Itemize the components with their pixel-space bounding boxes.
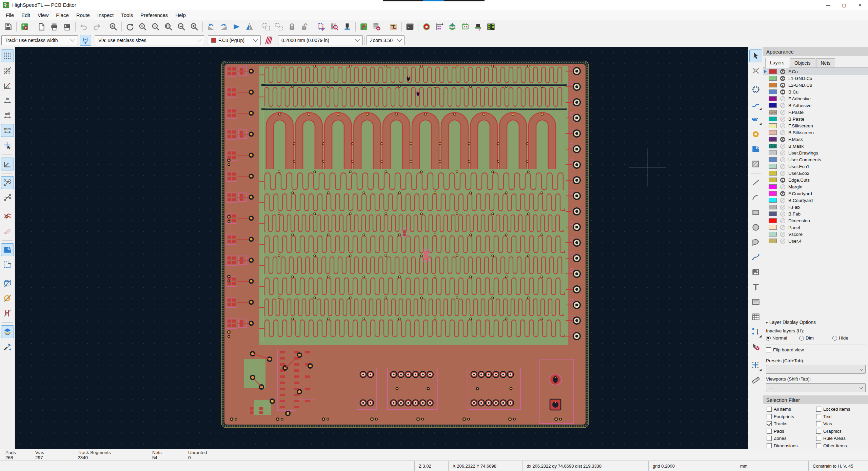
- rotate-ccw-button[interactable]: [204, 21, 217, 33]
- draw-rectangle-tool[interactable]: [749, 206, 762, 219]
- delete-tool-tool[interactable]: [749, 340, 762, 353]
- track-width-select[interactable]: Track: use netclass width: [1, 35, 78, 45]
- visibility-hidden-icon[interactable]: [780, 204, 786, 210]
- route-tracks-tool[interactable]: [749, 98, 762, 111]
- layer-row-f.cu[interactable]: F.Cu: [763, 68, 868, 75]
- polar-coords-tool[interactable]: rθ: [1, 79, 14, 92]
- via-size-select[interactable]: Via: use netclass sizes: [95, 35, 204, 45]
- presets-select[interactable]: ---: [766, 365, 866, 374]
- show-via-button[interactable]: [420, 21, 433, 33]
- undo-button[interactable]: [77, 21, 90, 33]
- filter-rule-areas[interactable]: Rule Areas: [816, 435, 866, 442]
- net-colors-tool[interactable]: [1, 210, 14, 223]
- add-textbox-tool[interactable]: [749, 295, 762, 308]
- filter-all-items[interactable]: All items: [767, 406, 816, 413]
- visibility-eye-icon[interactable]: [780, 76, 786, 81]
- menu-help[interactable]: Help: [172, 11, 190, 19]
- zoom-in-button[interactable]: [136, 21, 149, 33]
- grid-origin-tool[interactable]: [749, 359, 762, 372]
- menu-inspect[interactable]: Inspect: [94, 11, 117, 19]
- visibility-hidden-icon[interactable]: [780, 164, 786, 169]
- add-table-tool[interactable]: [749, 310, 762, 323]
- layer-row-b.silkscreen[interactable]: B.Silkscreen: [763, 129, 868, 136]
- layer-row-l2-gnd.cu[interactable]: L2-GND.Cu: [763, 82, 868, 88]
- layer-color-swatch[interactable]: [769, 150, 777, 155]
- measure-tool[interactable]: [749, 374, 762, 387]
- visibility-eye-icon[interactable]: [780, 177, 786, 183]
- flip-board-view-button[interactable]: FB: [485, 21, 497, 33]
- hide-ratsnest-net-tool[interactable]: [1, 225, 14, 238]
- layer-row-user.eco2[interactable]: User.Eco2: [763, 170, 868, 177]
- draw-line-tool[interactable]: [749, 176, 762, 189]
- layer-color-swatch[interactable]: [769, 157, 777, 162]
- menu-file[interactable]: File: [2, 11, 18, 19]
- zoom-out-button[interactable]: [149, 21, 162, 33]
- group-button[interactable]: [260, 21, 273, 33]
- layer-color-swatch[interactable]: [769, 184, 777, 189]
- layer-row-f.mask[interactable]: F.Mask: [763, 136, 868, 143]
- layer-row-user.drawings[interactable]: User.Drawings: [763, 149, 868, 156]
- visibility-hidden-icon[interactable]: [780, 157, 786, 163]
- viewports-select[interactable]: ---: [766, 383, 866, 392]
- visibility-eye-icon[interactable]: [780, 137, 786, 142]
- filter-dimensions[interactable]: Dimensions: [767, 442, 816, 450]
- footprint-editor-button[interactable]: [315, 21, 328, 33]
- visibility-eye-icon[interactable]: [780, 89, 786, 95]
- tune-length-tool[interactable]: [749, 113, 762, 126]
- scripting-console-button[interactable]: >_: [403, 21, 416, 33]
- visibility-hidden-icon[interactable]: [780, 184, 786, 190]
- draw-polygon-tool[interactable]: [749, 236, 762, 249]
- visibility-eye-icon[interactable]: [780, 69, 786, 75]
- visibility-hidden-icon[interactable]: [780, 211, 786, 217]
- zone-fill-tool[interactable]: [1, 243, 14, 256]
- maximize-button[interactable]: ▢: [836, 0, 852, 10]
- inactive-layers-radio-dim[interactable]: Dim: [799, 335, 832, 341]
- active-layer-select[interactable]: F.Cu (PgUp): [208, 35, 261, 45]
- high-contrast-tool[interactable]: [1, 325, 14, 338]
- layer-color-swatch[interactable]: [769, 191, 777, 196]
- redo-button[interactable]: [90, 21, 103, 33]
- filter-zones[interactable]: Zones: [767, 435, 816, 442]
- footprint-browser-button[interactable]: [328, 21, 341, 33]
- properties-panel-tool[interactable]: [1, 340, 14, 353]
- sketch-tracks-tool[interactable]: [1, 307, 14, 320]
- pack-footprints-button[interactable]: [459, 21, 472, 33]
- layer-color-swatch[interactable]: [769, 198, 777, 203]
- add-zone-tool[interactable]: [749, 143, 762, 156]
- layer-row-f.paste[interactable]: F.Paste: [763, 109, 868, 116]
- tab-nets[interactable]: Nets: [816, 58, 835, 67]
- layer-color-swatch[interactable]: [769, 232, 777, 237]
- sketch-footprints-tool[interactable]: [1, 277, 14, 290]
- close-button[interactable]: ✕: [852, 0, 868, 10]
- zoom-selection-button[interactable]: [188, 21, 201, 33]
- inactive-layers-radio-normal[interactable]: Normal: [766, 335, 799, 341]
- layer-row-panel[interactable]: Panel: [763, 224, 868, 231]
- add-via-tool[interactable]: [749, 128, 762, 141]
- layer-row-dimension[interactable]: Dimension: [763, 217, 868, 224]
- select-tool[interactable]: [749, 49, 762, 62]
- layer-color-swatch[interactable]: [769, 123, 777, 128]
- auto-track-width-toggle[interactable]: [80, 35, 91, 46]
- menu-place[interactable]: Place: [52, 11, 73, 19]
- filter-vias[interactable]: Vias: [816, 420, 866, 428]
- net-inspector-button[interactable]: [387, 21, 400, 33]
- filter-tracks[interactable]: Tracks: [767, 420, 816, 428]
- layer-color-swatch[interactable]: [769, 218, 777, 223]
- visibility-hidden-icon[interactable]: [780, 218, 786, 224]
- layer-row-user.comments[interactable]: User.Comments: [763, 156, 868, 163]
- zoom-fit-button[interactable]: [162, 21, 175, 33]
- filter-locked-items[interactable]: Locked items: [816, 406, 866, 413]
- layer-color-swatch[interactable]: [769, 69, 777, 74]
- visibility-eye-icon[interactable]: [780, 191, 786, 197]
- length-tuning-button[interactable]: [433, 21, 446, 33]
- filter-other-items[interactable]: Other items: [816, 442, 866, 450]
- menu-route[interactable]: Route: [73, 11, 94, 19]
- zone-outline-tool[interactable]: [1, 258, 14, 271]
- layer-row-vscore[interactable]: Vscore: [763, 231, 868, 238]
- get-footprint-button[interactable]: ?: [472, 21, 485, 33]
- 3d-viewer-button[interactable]: [341, 21, 354, 33]
- layer-row-b.fab[interactable]: B.Fab: [763, 210, 868, 217]
- layer-row-f.silkscreen[interactable]: F.Silkscreen: [763, 122, 868, 129]
- layer-color-swatch[interactable]: [769, 239, 777, 243]
- visibility-eye-icon[interactable]: [780, 82, 786, 88]
